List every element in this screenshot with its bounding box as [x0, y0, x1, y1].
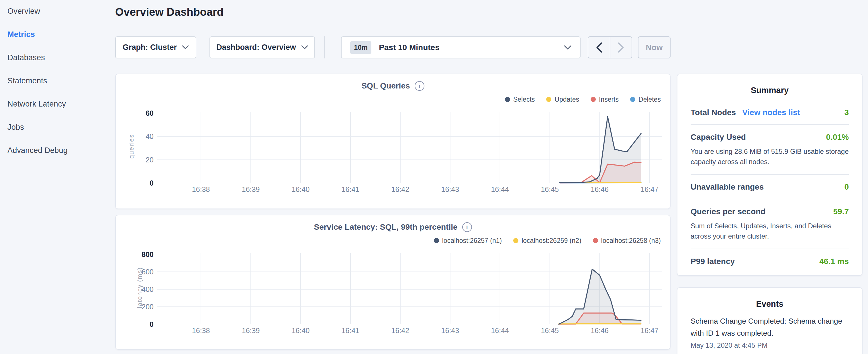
chart-legend: SelectsUpdatesInsertsDeletes: [116, 95, 661, 103]
svg-text:60: 60: [146, 109, 154, 117]
sql-queries-plot: queries 16:3816:3916:4016:4116:4216:4316…: [124, 105, 662, 194]
chart-title-row: Service Latency: SQL, 99th percentile i: [116, 222, 670, 232]
legend-dot-icon: [630, 97, 635, 102]
legend-label: Selects: [513, 96, 535, 103]
time-forward-button[interactable]: [610, 37, 631, 58]
chevron-left-icon: [596, 42, 602, 53]
svg-text:16:46: 16:46: [591, 185, 609, 193]
chart-title: Service Latency: SQL, 99th percentile: [314, 223, 457, 232]
summary-label: Unavailable ranges: [691, 183, 764, 192]
summary-value: 0: [844, 183, 849, 192]
sidebar-item-metrics[interactable]: Metrics: [7, 30, 115, 39]
app-root: OverviewMetricsDatabasesStatementsNetwor…: [0, 0, 868, 354]
time-step-buttons: [588, 36, 632, 58]
info-icon[interactable]: i: [462, 222, 472, 232]
svg-text:16:47: 16:47: [641, 185, 658, 193]
y-axis-label: latency (ms): [136, 267, 144, 308]
sidebar-item-statements[interactable]: Statements: [7, 76, 115, 86]
legend-item[interactable]: Selects: [505, 96, 535, 103]
legend-item[interactable]: localhost:26258 (n3): [593, 237, 661, 245]
sidebar-item-jobs[interactable]: Jobs: [7, 122, 115, 132]
right-column: Summary Total NodesView nodes list3Capac…: [671, 0, 868, 354]
legend-dot-icon: [513, 238, 518, 243]
graph-dropdown[interactable]: Graph: Cluster: [115, 36, 196, 58]
chevron-down-icon: [301, 45, 308, 50]
svg-text:40: 40: [146, 132, 154, 140]
summary-panel: Summary Total NodesView nodes list3Capac…: [677, 74, 863, 276]
event-timestamp: May 13, 2020 at 4:45 PM: [691, 342, 849, 349]
svg-text:16:43: 16:43: [441, 185, 459, 193]
summary-label: Capacity Used: [691, 133, 746, 142]
svg-text:16:44: 16:44: [491, 326, 509, 334]
summary-title: Summary: [691, 86, 849, 95]
time-window-label: Past 10 Minutes: [379, 43, 440, 52]
service-latency-plot: latency (ms) 16:3816:3916:4016:4116:4216…: [124, 246, 662, 336]
summary-row: Unavailable ranges0: [691, 175, 849, 199]
sidebar-item-network-latency[interactable]: Network Latency: [7, 99, 115, 109]
svg-text:16:39: 16:39: [242, 185, 260, 193]
legend-dot-icon: [593, 238, 598, 243]
svg-text:16:45: 16:45: [541, 185, 559, 193]
events-title: Events: [691, 299, 849, 309]
legend-item[interactable]: localhost:26257 (n1): [434, 237, 502, 245]
legend-dot-icon: [434, 238, 439, 243]
sidebar-item-overview[interactable]: Overview: [7, 6, 115, 16]
graph-dropdown-label: Graph: Cluster: [123, 43, 177, 52]
svg-text:16:42: 16:42: [392, 326, 409, 334]
svg-text:800: 800: [142, 250, 154, 258]
sidebar-item-advanced-debug[interactable]: Advanced Debug: [7, 146, 115, 155]
controls-divider: [324, 36, 325, 58]
svg-text:16:45: 16:45: [541, 326, 559, 334]
legend-item[interactable]: localhost:26259 (n2): [513, 237, 581, 245]
legend-item[interactable]: Deletes: [630, 96, 661, 103]
svg-text:16:46: 16:46: [591, 326, 609, 334]
chart-title-row: SQL Queries i: [116, 81, 670, 91]
summary-value: 3: [844, 108, 849, 117]
sidebar: OverviewMetricsDatabasesStatementsNetwor…: [0, 0, 115, 354]
svg-text:16:44: 16:44: [491, 185, 509, 193]
event-message: Schema Change Completed: Schema change w…: [691, 315, 849, 339]
summary-value: 0.01%: [826, 133, 849, 142]
legend-label: localhost:26258 (n3): [601, 237, 661, 245]
svg-text:16:38: 16:38: [192, 185, 210, 193]
svg-text:16:41: 16:41: [342, 185, 360, 193]
controls-row: Graph: Cluster Dashboard: Overview 10m P…: [115, 36, 671, 58]
sidebar-item-databases[interactable]: Databases: [7, 53, 115, 62]
events-panel: Events Schema Change Completed: Schema c…: [677, 287, 863, 354]
svg-text:16:40: 16:40: [292, 326, 310, 334]
legend-dot-icon: [505, 97, 510, 102]
summary-row: Total NodesView nodes list3: [691, 100, 849, 125]
service-latency-chart-card: Service Latency: SQL, 99th percentile i …: [115, 215, 671, 350]
summary-label: P99 latency: [691, 257, 735, 266]
events-list: Schema Change Completed: Schema change w…: [691, 315, 849, 349]
svg-text:0: 0: [150, 320, 154, 328]
view-nodes-list-link[interactable]: View nodes list: [742, 108, 800, 117]
time-window-badge: 10m: [350, 41, 371, 54]
now-button[interactable]: Now: [638, 36, 671, 58]
chevron-down-icon: [182, 45, 189, 50]
time-back-button[interactable]: [588, 37, 610, 58]
y-axis-label: queries: [128, 134, 135, 159]
time-window-selector[interactable]: 10m Past 10 Minutes: [341, 36, 581, 58]
sql-queries-chart-svg: 16:3816:3916:4016:4116:4216:4316:4416:45…: [124, 105, 663, 194]
svg-text:16:39: 16:39: [242, 326, 260, 334]
dashboard-dropdown[interactable]: Dashboard: Overview: [210, 36, 315, 58]
legend-label: localhost:26257 (n1): [442, 237, 502, 245]
legend-label: localhost:26259 (n2): [522, 237, 581, 245]
svg-text:16:43: 16:43: [441, 326, 459, 334]
svg-text:16:42: 16:42: [392, 185, 409, 193]
summary-value: 59.7: [833, 207, 849, 216]
summary-label: Total Nodes: [691, 108, 736, 117]
legend-item[interactable]: Inserts: [591, 96, 619, 103]
summary-value: 46.1 ms: [819, 257, 849, 266]
summary-description: Sum of Selects, Updates, Inserts, and De…: [691, 221, 849, 242]
summary-rows: Total NodesView nodes list3Capacity Used…: [691, 100, 849, 273]
svg-text:0: 0: [150, 179, 154, 187]
info-icon[interactable]: i: [415, 81, 425, 91]
chevron-down-icon: [564, 45, 571, 50]
legend-item[interactable]: Updates: [546, 96, 579, 103]
svg-text:16:47: 16:47: [641, 326, 658, 334]
summary-description: You are using 28.6 MiB of 515.9 GiB usab…: [691, 147, 849, 167]
page-title: Overview Dashboard: [115, 6, 671, 18]
main-content: Overview Dashboard Graph: Cluster Dashbo…: [115, 0, 671, 354]
